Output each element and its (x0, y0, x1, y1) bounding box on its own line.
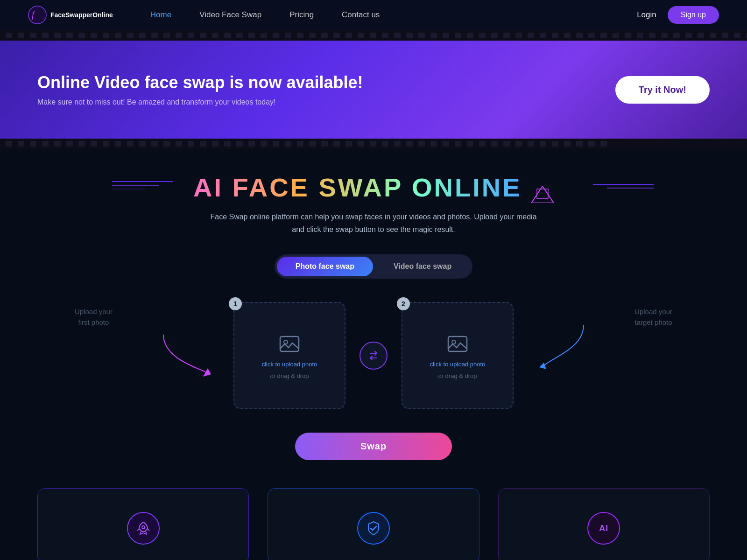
rocket-icon (135, 520, 151, 536)
nav-video-face-swap[interactable]: Video Face Swap (199, 10, 261, 20)
film-hole (18, 33, 24, 38)
nav-links: Home Video Face Swap Pricing Contact us (150, 10, 637, 20)
film-hole (54, 33, 61, 38)
upload-number-1: 1 (229, 297, 242, 310)
feature-card-2 (268, 488, 479, 560)
film-hole (406, 141, 413, 147)
film-hole (394, 141, 401, 147)
film-hole (576, 33, 583, 38)
decoration-left (112, 177, 187, 193)
film-hole (576, 141, 583, 147)
upload-drag-2: or drag & drop (438, 372, 477, 379)
film-hole (394, 33, 401, 38)
signup-button[interactable]: Sign up (668, 6, 719, 24)
film-hole (224, 141, 231, 147)
swap-button[interactable]: Swap (295, 433, 452, 460)
svg-marker-6 (537, 189, 548, 198)
tab-video-face-swap[interactable]: Video face swap (375, 257, 470, 276)
main-content: AI FACE SWAP ONLINE Face Swap online pla… (0, 149, 747, 560)
tab-photo-face-swap[interactable]: Photo face swap (277, 257, 373, 276)
image-upload-icon-2 (445, 332, 470, 356)
film-hole (382, 33, 388, 38)
triangle-decoration (531, 186, 554, 203)
film-hole (734, 33, 740, 38)
svg-rect-12 (448, 336, 467, 351)
film-hole (139, 33, 146, 38)
film-hole (588, 33, 595, 38)
film-hole (18, 141, 24, 147)
film-hole (115, 33, 121, 38)
brand-name: FaceSwapperOnline (50, 11, 113, 19)
swap-center-icon[interactable] (359, 342, 388, 370)
film-hole (588, 141, 595, 147)
upload-link-2[interactable]: click to upload photo (430, 361, 486, 368)
hero-subtitle: Make sure not to miss out! Be amazed and… (37, 98, 363, 106)
hint-right-line2: target photo (634, 317, 672, 328)
arrow-right (532, 321, 588, 372)
film-hole (321, 33, 328, 38)
hint-right-line1: Upload your (634, 307, 672, 317)
film-hole (528, 33, 534, 38)
svg-point-15 (142, 526, 145, 529)
film-hole (66, 33, 73, 38)
film-hole (358, 33, 364, 38)
film-hole (382, 141, 388, 147)
film-hole (30, 141, 36, 147)
film-hole (176, 33, 182, 38)
film-hole (479, 33, 486, 38)
login-button[interactable]: Login (637, 10, 656, 20)
film-hole (42, 141, 49, 147)
film-hole (370, 33, 376, 38)
svg-point-11 (284, 340, 288, 344)
svg-point-0 (28, 6, 46, 24)
film-hole (273, 33, 279, 38)
logo-area[interactable]: f FaceSwapperOnline (28, 6, 113, 24)
upload-box-2[interactable]: 2 click to upload photo or drag & drop (402, 302, 514, 409)
hero-banner: Online Video face swap is now available!… (0, 41, 747, 139)
film-hole (163, 33, 170, 38)
film-hole (333, 33, 340, 38)
rocket-icon-circle (127, 512, 160, 545)
upload-link-1[interactable]: click to upload photo (262, 361, 317, 368)
film-hole (722, 33, 728, 38)
film-hole (503, 33, 510, 38)
logo-icon: f (28, 6, 47, 24)
film-hole (176, 141, 182, 147)
film-hole (212, 141, 218, 147)
ai-icon: AI (599, 524, 608, 533)
film-hole (236, 141, 243, 147)
film-hole (248, 141, 255, 147)
film-hole (151, 141, 158, 147)
film-hole (467, 141, 473, 147)
film-strip-top (0, 30, 747, 41)
film-hole (443, 141, 449, 147)
film-hole (188, 33, 194, 38)
film-hole (6, 33, 12, 38)
film-hole (188, 141, 194, 147)
film-hole (455, 33, 461, 38)
film-hole (42, 33, 49, 38)
image-upload-icon-1 (277, 332, 302, 356)
hint-left-line2: first photo (75, 317, 113, 328)
film-hole (309, 33, 316, 38)
nav-contact[interactable]: Contact us (342, 10, 380, 20)
film-hole (212, 33, 218, 38)
film-hole (224, 33, 231, 38)
nav-pricing[interactable]: Pricing (289, 10, 314, 20)
film-hole (66, 141, 73, 147)
film-hole (698, 33, 704, 38)
film-hole (151, 33, 158, 38)
swap-button-container: Swap (37, 433, 710, 460)
film-strip-bottom (0, 139, 747, 149)
film-hole (54, 141, 61, 147)
film-hole (139, 141, 146, 147)
film-hole (430, 33, 437, 38)
film-hole (600, 141, 607, 147)
hero-text: Online Video face swap is now available!… (37, 73, 363, 106)
film-hole (552, 141, 558, 147)
nav-home[interactable]: Home (150, 10, 171, 20)
feature-card-3: AI (498, 488, 710, 560)
try-now-button[interactable]: Try it Now! (615, 76, 710, 104)
svg-marker-9 (203, 368, 211, 377)
upload-box-1[interactable]: 1 click to upload photo or drag & drop (233, 302, 345, 409)
